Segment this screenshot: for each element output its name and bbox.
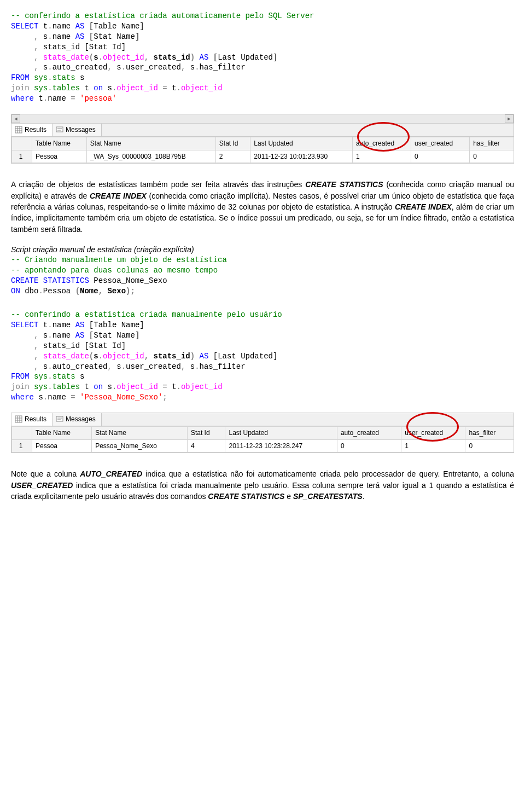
text: A criação de objetos de estatísticas tam… xyxy=(11,180,305,189)
tok: s xyxy=(38,63,48,72)
sql-code-block-2: -- Criando manualmente um objeto de esta… xyxy=(11,255,514,297)
row-number: 1 xyxy=(12,150,32,163)
term-sp-createstats: SP_CREATESTATS xyxy=(293,492,363,501)
scroll-left-icon[interactable]: ◄ xyxy=(11,114,20,123)
tok: stats_id xyxy=(149,53,190,62)
tok: . xyxy=(48,362,52,371)
svg-rect-0 xyxy=(15,126,22,133)
tok: ) xyxy=(190,352,195,361)
col-header[interactable]: Table Name xyxy=(32,426,92,439)
tok: ( xyxy=(75,287,80,295)
tok: s xyxy=(185,63,195,72)
tok: . xyxy=(48,321,52,329)
tok: s xyxy=(103,382,112,391)
tok: stats_id xyxy=(149,352,190,361)
col-header[interactable]: auto_created xyxy=(337,426,401,439)
tok: s xyxy=(94,352,98,361)
col-header[interactable]: Stat Name xyxy=(86,137,215,150)
tok: . xyxy=(38,287,43,295)
tok: = xyxy=(162,84,167,92)
kw: on xyxy=(94,84,103,92)
func: stats_date xyxy=(43,352,89,361)
table-row[interactable]: 1 Pessoa Pessoa_Nome_Sexo 4 2011-12-23 1… xyxy=(12,439,514,453)
tab-messages[interactable]: Messages xyxy=(52,413,102,426)
sql-code-block-1: -- conferindo a estatística criada autom… xyxy=(11,11,514,104)
tok: dbo xyxy=(20,287,39,295)
sys: sys xyxy=(34,372,48,381)
tok: , xyxy=(98,287,103,295)
tok: . xyxy=(195,362,199,371)
table-row[interactable]: 1 Pessoa _WA_Sys_00000003_108B795B 2 201… xyxy=(12,150,514,163)
col-header[interactable]: Stat Id xyxy=(215,137,250,150)
tok: . xyxy=(98,352,103,361)
tok: s xyxy=(38,362,48,371)
tok xyxy=(30,372,34,381)
tok: . xyxy=(48,84,52,92)
script-subtitle: Script criação manual de estatística (cr… xyxy=(11,245,514,256)
tab-results-label: Results xyxy=(25,415,46,424)
svg-rect-13 xyxy=(56,416,63,421)
cell[interactable]: 1 xyxy=(401,439,465,453)
col-header[interactable]: Stat Id xyxy=(187,426,225,439)
results-tabbar: Results Messages xyxy=(11,413,514,426)
tok: [Stat Name] xyxy=(84,32,139,41)
cell[interactable]: 1 xyxy=(353,150,411,163)
code-comment: -- conferindo a estatística criada autom… xyxy=(11,11,314,20)
col-header[interactable]: user_created xyxy=(401,426,465,439)
tok: . xyxy=(48,382,52,391)
tok xyxy=(11,341,34,350)
tok: stats_id [Stat Id] xyxy=(38,43,126,51)
tab-results[interactable]: Results xyxy=(11,124,52,136)
cell[interactable]: 0 xyxy=(411,150,470,163)
col-header[interactable]: Last Updated xyxy=(250,137,353,150)
text: e xyxy=(284,492,293,501)
col-header[interactable]: has_filter xyxy=(470,137,514,150)
kw: AS xyxy=(75,22,85,31)
tok: ( xyxy=(89,352,94,361)
tok: auto_created xyxy=(52,362,108,371)
tok: s xyxy=(38,32,48,41)
cell[interactable]: 2 xyxy=(215,150,250,163)
text: indica que a estatística não foi automat… xyxy=(142,469,514,478)
tab-results[interactable]: Results xyxy=(11,413,52,426)
tok: t xyxy=(38,321,48,329)
col-header[interactable]: auto_created xyxy=(353,137,411,150)
tok: = xyxy=(162,382,167,391)
tok xyxy=(195,53,199,62)
results-tabbar: Results Messages xyxy=(11,124,514,137)
func: object_id xyxy=(181,382,223,391)
sys: sys xyxy=(34,84,48,92)
tok: . xyxy=(43,94,48,103)
cell[interactable]: Pessoa xyxy=(32,439,92,453)
col-header[interactable]: Last Updated xyxy=(225,426,337,439)
kw: on xyxy=(94,382,103,391)
cell[interactable]: Pessoa_Nome_Sexo xyxy=(92,439,188,453)
col-header[interactable]: user_created xyxy=(411,137,470,150)
code-comment: -- apontando para duas colunas ao mesmo … xyxy=(11,266,218,275)
tok xyxy=(11,43,34,51)
scroll-right-icon[interactable]: ► xyxy=(505,114,514,123)
tok xyxy=(11,53,34,62)
cell[interactable]: 0 xyxy=(337,439,401,453)
col-header[interactable]: has_filter xyxy=(465,426,514,439)
cell[interactable]: 4 xyxy=(187,439,225,453)
tok: s xyxy=(112,63,121,72)
str: 'Pessoa_Nome_Sexo' xyxy=(80,393,162,402)
cell[interactable]: 0 xyxy=(465,439,514,453)
text: . xyxy=(363,492,365,501)
kw: CREATE xyxy=(11,276,38,285)
cell[interactable]: _WA_Sys_00000003_108B795B xyxy=(86,150,215,163)
tab-messages[interactable]: Messages xyxy=(52,124,102,136)
cell[interactable]: 2011-12-23 10:23:28.247 xyxy=(225,439,337,453)
cell[interactable]: 2011-12-23 10:01:23.930 xyxy=(250,150,353,163)
col-header[interactable]: Table Name xyxy=(32,137,87,150)
kw: FROM xyxy=(11,372,30,381)
tok xyxy=(75,94,80,103)
col-header[interactable]: Stat Name xyxy=(92,426,188,439)
code-comment: -- Criando manualmente um objeto de esta… xyxy=(11,256,227,264)
cell[interactable]: Pessoa xyxy=(32,150,87,163)
results-grid-1: Table Name Stat Name Stat Id Last Update… xyxy=(11,137,514,164)
cell[interactable]: 0 xyxy=(470,150,514,163)
code-comment: -- conferindo a estatística criada manua… xyxy=(11,310,282,319)
horizontal-scrollbar[interactable]: ◄ ► xyxy=(11,114,514,124)
